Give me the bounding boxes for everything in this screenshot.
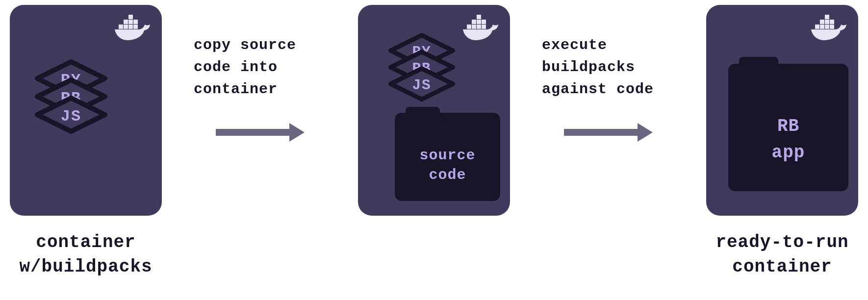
svg-rect-10 bbox=[472, 25, 476, 29]
container-caption: ready-to-run container bbox=[715, 230, 848, 280]
container-with-source-card: PY RB JS source code bbox=[358, 5, 510, 216]
svg-rect-20 bbox=[825, 25, 829, 29]
svg-rect-4 bbox=[124, 20, 128, 24]
svg-rect-2 bbox=[128, 25, 133, 29]
svg-rect-24 bbox=[830, 20, 834, 24]
step-copy-source: copy source code into container bbox=[194, 5, 326, 147]
folder-label: source code bbox=[419, 146, 475, 185]
docker-icon bbox=[114, 14, 153, 46]
svg-rect-3 bbox=[133, 25, 138, 29]
container-with-source-col: PY RB JS source code bbox=[358, 5, 510, 216]
step-label: copy source code into container bbox=[194, 34, 296, 100]
arrow-right-icon bbox=[562, 120, 655, 147]
svg-rect-7 bbox=[128, 15, 133, 19]
docker-icon bbox=[462, 14, 501, 46]
svg-rect-22 bbox=[820, 20, 824, 24]
arrow-right-icon bbox=[213, 120, 306, 147]
svg-rect-14 bbox=[477, 20, 481, 24]
svg-rect-5 bbox=[128, 20, 133, 24]
container-buildpacks-card: PY RB JS bbox=[10, 5, 162, 216]
folder-label: RB app bbox=[772, 113, 805, 166]
app-folder-icon: RB app bbox=[728, 64, 848, 191]
step-execute-buildpacks: execute buildpacks against code bbox=[542, 5, 674, 147]
svg-rect-15 bbox=[482, 20, 486, 24]
container-ready-card: RB app bbox=[706, 5, 858, 216]
svg-rect-23 bbox=[825, 20, 829, 24]
buildpack-stack: PY RB JS bbox=[34, 59, 108, 137]
step-label: execute buildpacks against code bbox=[542, 34, 654, 100]
svg-rect-12 bbox=[482, 25, 486, 29]
svg-rect-25 bbox=[825, 15, 829, 19]
buildpack-stack: PY RB JS bbox=[388, 32, 456, 104]
svg-rect-1 bbox=[124, 25, 128, 29]
container-buildpacks-col: PY RB JS container w/buildpacks bbox=[10, 5, 162, 280]
source-code-folder-icon: source code bbox=[395, 113, 500, 201]
buildpack-layer-label: JS bbox=[388, 77, 456, 94]
container-ready-col: RB app ready-to-run container bbox=[706, 5, 858, 280]
svg-rect-18 bbox=[815, 25, 819, 29]
svg-rect-6 bbox=[133, 20, 138, 24]
svg-rect-9 bbox=[467, 25, 471, 29]
svg-rect-21 bbox=[830, 25, 834, 29]
svg-rect-19 bbox=[820, 25, 824, 29]
buildpack-layer-label: JS bbox=[34, 107, 108, 125]
container-caption: container w/buildpacks bbox=[19, 230, 152, 280]
svg-rect-13 bbox=[472, 20, 476, 24]
docker-icon bbox=[810, 14, 849, 46]
svg-rect-0 bbox=[119, 25, 123, 29]
svg-rect-11 bbox=[477, 25, 481, 29]
svg-rect-16 bbox=[477, 15, 481, 19]
